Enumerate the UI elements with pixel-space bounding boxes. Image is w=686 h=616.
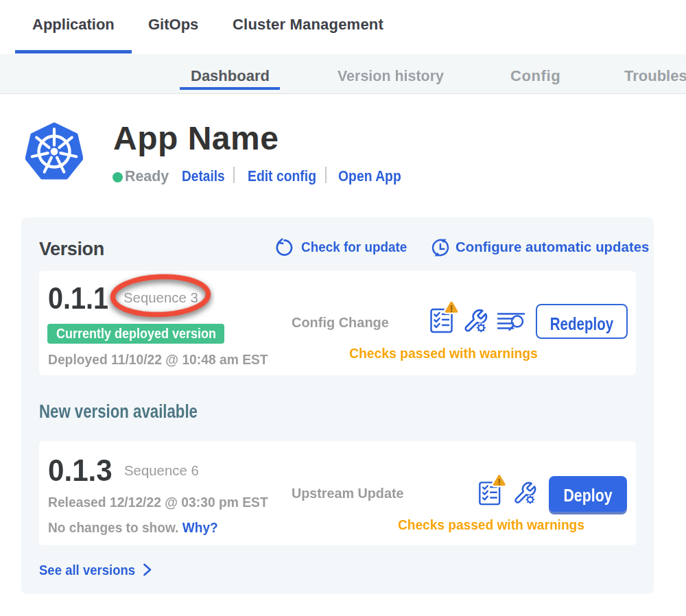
svg-text:!: ! bbox=[498, 477, 501, 487]
svg-text:!: ! bbox=[450, 303, 453, 314]
